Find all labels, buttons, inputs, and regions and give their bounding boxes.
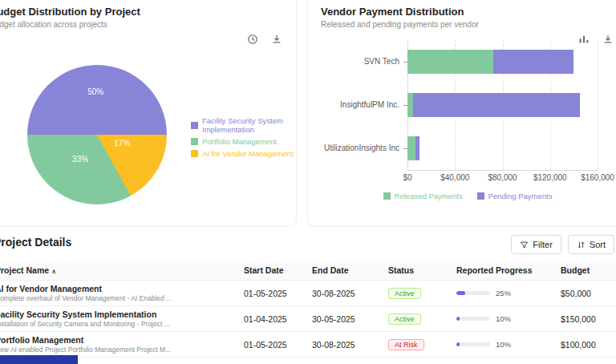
section-actions: Filter Sort xyxy=(511,235,614,254)
legend-swatch xyxy=(477,192,484,200)
progress-fill xyxy=(456,342,460,346)
budget: $50,000 xyxy=(561,281,616,306)
x-axis-tick: $120,000 xyxy=(533,173,567,182)
start-date: 01-05-2025 xyxy=(244,281,312,306)
project-description: Installation of Security Camera and Moni… xyxy=(0,320,241,328)
sort-icon xyxy=(577,241,586,249)
status-badge: At Risk xyxy=(388,339,424,350)
legend-item[interactable]: Pending Payments xyxy=(477,192,553,200)
progress-track xyxy=(456,342,490,346)
project-name: Portfolio Management xyxy=(0,335,241,345)
x-axis-tick: $0 xyxy=(403,173,411,182)
progress-label: 10% xyxy=(496,314,511,323)
legend-swatch xyxy=(383,192,391,200)
end-date: 30-05-2025 xyxy=(312,306,388,332)
filter-button[interactable]: Filter xyxy=(511,235,561,254)
progress: 25% xyxy=(456,289,557,297)
pie-chart[interactable]: 50% 17% 33% xyxy=(27,65,167,204)
column-header-status[interactable]: Status xyxy=(388,261,456,281)
legend-swatch xyxy=(191,138,198,145)
project-name: AI for Vendor Management xyxy=(0,284,241,293)
project-description: New AI enabled Project Portfolio Managem… xyxy=(0,346,241,354)
legend-swatch xyxy=(191,122,198,129)
column-header-start-date[interactable]: Start Date xyxy=(244,261,312,281)
progress: 10% xyxy=(456,314,557,323)
vendor-payment-card: Vendor Payment Distribution Released and… xyxy=(307,0,616,226)
legend-label: Pending Payments xyxy=(488,192,553,200)
progress: 10% xyxy=(456,340,557,349)
legend-item[interactable]: AI for Vendor Management xyxy=(191,149,296,158)
vendor-bar-chart: SVN Tech InsightfulPM Inc. UtilizationIn… xyxy=(321,40,614,171)
legend-label: Facility Security System Implementation xyxy=(202,116,296,134)
progress-fill xyxy=(456,291,465,295)
legend-label: Released Payments xyxy=(395,192,463,200)
download-icon[interactable] xyxy=(269,31,285,47)
vendor-card-title: Vendor Payment Distribution xyxy=(321,6,614,18)
table-row[interactable]: Facility Security System Implementation … xyxy=(0,306,616,332)
column-header-end-date[interactable]: End Date xyxy=(312,261,388,281)
project-description: Complete overhaul of Vendor Management -… xyxy=(0,294,241,302)
column-header-project-name[interactable]: Project Name∧ xyxy=(0,261,244,281)
x-axis-tick: $80,000 xyxy=(488,173,517,182)
table-row[interactable]: AI for Vendor Management Complete overha… xyxy=(0,281,616,306)
y-axis-labels: SVN Tech InsightfulPM Inc. UtilizationIn… xyxy=(321,40,407,171)
budget-card-actions xyxy=(245,31,285,47)
pie-legend: Facility Security System Implementation … xyxy=(191,116,296,161)
stacked-bar[interactable] xyxy=(407,136,598,160)
project-details-header: Project Details Filter Sort xyxy=(0,235,616,256)
legend-item[interactable]: Released Payments xyxy=(383,192,463,200)
sort-ascending-icon: ∧ xyxy=(51,268,56,275)
section-title: Project Details xyxy=(0,236,71,249)
y-axis-label: UtilizationInsights Inc xyxy=(321,127,407,170)
dashboard: Budget Distribution by Project Budget al… xyxy=(0,0,616,364)
progress-label: 10% xyxy=(496,340,511,349)
start-date: 01-05-2025 xyxy=(244,332,312,358)
x-axis-tick: $160,000 xyxy=(581,173,614,182)
pie-slice-label: 33% xyxy=(72,154,88,163)
legend-label: AI for Vendor Management xyxy=(202,149,294,158)
legend-label: Portfolio Management xyxy=(202,137,277,146)
legend-swatch xyxy=(191,150,198,157)
vendor-card-subtitle: Released and pending payments per vendor xyxy=(321,20,614,29)
budget-card-subtitle: Budget allocation across projects xyxy=(0,20,283,29)
progress-label: 25% xyxy=(496,289,511,297)
gridline xyxy=(598,40,598,170)
legend-item[interactable]: Portfolio Management xyxy=(191,137,296,146)
budget: $150,000 xyxy=(561,306,616,332)
pie-slice-label: 50% xyxy=(87,87,103,96)
stacked-bar[interactable] xyxy=(407,93,598,117)
start-date: 01-04-2025 xyxy=(244,306,312,332)
plot-area xyxy=(407,40,598,171)
x-axis-tick: $40,000 xyxy=(440,173,469,182)
end-date: 30-08-2025 xyxy=(312,332,388,358)
budget-distribution-card: Budget Distribution by Project Budget al… xyxy=(0,0,297,226)
y-axis-label: SVN Tech xyxy=(321,40,407,83)
bar-chart-legend: Released Payments Pending Payments xyxy=(321,192,614,200)
end-date: 30-08-2025 xyxy=(312,281,388,306)
sort-button[interactable]: Sort xyxy=(568,235,614,254)
progress-track xyxy=(456,317,490,321)
projects-table: Project Name∧ Start Date End Date Status… xyxy=(0,261,616,358)
budget-card-title: Budget Distribution by Project xyxy=(0,6,283,18)
legend-item[interactable]: Facility Security System Implementation xyxy=(191,116,296,134)
stacked-bar[interactable] xyxy=(407,50,598,74)
project-name: Facility Security System Implementation xyxy=(0,309,241,319)
budget: $100,000 xyxy=(561,332,616,358)
funnel-icon xyxy=(520,241,529,249)
column-header-budget[interactable]: Budget xyxy=(561,261,616,281)
bottom-left-blue-bar xyxy=(0,355,78,364)
y-axis-label: InsightfulPM Inc. xyxy=(321,83,407,127)
status-badge: Active xyxy=(388,288,421,299)
table-header-row: Project Name∧ Start Date End Date Status… xyxy=(0,261,616,281)
pie-slice-label: 17% xyxy=(114,139,130,148)
project-details-section: Project Details Filter Sort Project Name xyxy=(0,235,616,358)
table-row[interactable]: Portfolio Management New AI enabled Proj… xyxy=(0,332,616,358)
column-header-reported-progress[interactable]: Reported Progress xyxy=(456,261,561,281)
download-icon[interactable] xyxy=(600,31,616,47)
progress-fill xyxy=(456,317,460,321)
progress-track xyxy=(456,291,490,295)
status-badge: Active xyxy=(388,313,421,325)
x-axis-labels: $0 $40,000 $80,000 $120,000 $160,000 xyxy=(407,171,598,182)
clock-icon[interactable] xyxy=(245,31,261,47)
